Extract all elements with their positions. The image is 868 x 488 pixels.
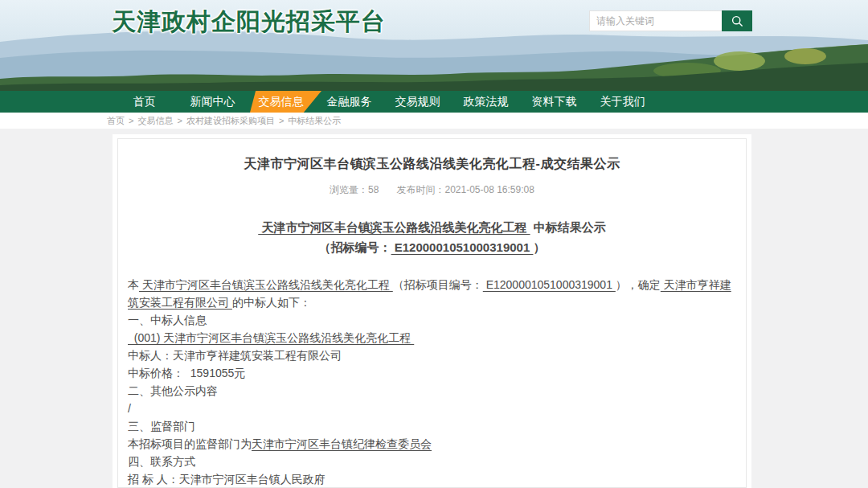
document-subtitle: 天津市宁河区丰台镇滨玉公路线沿线美化亮化工程 中标结果公示 — [128, 220, 736, 236]
nav-item-policy[interactable]: 政策法规 — [452, 91, 520, 113]
nav-item-label: 首页 — [133, 95, 156, 108]
plain-text: 招 标 人：天津市宁河区丰台镇人民政府 — [128, 473, 326, 486]
nav-item-finance[interactable]: 金融服务 — [315, 91, 383, 113]
nav-item-label: 金融服务 — [327, 95, 372, 108]
doc-line-10: 四、联系方式 — [128, 453, 736, 470]
plain-text: 的中标人如下： — [232, 296, 311, 309]
breadcrumb-separator: > — [177, 116, 182, 125]
publish-time: 2021-05-08 16:59:08 — [444, 184, 534, 195]
doc-line-5: 中标价格： 1591055元 — [128, 364, 736, 382]
breadcrumb-link[interactable]: 农村建设招标采购项目 — [186, 115, 275, 127]
search-button[interactable] — [722, 10, 752, 31]
underlined-text: E1200001051000319001 — [483, 278, 616, 291]
nav-item-label: 交易规则 — [395, 95, 440, 108]
plain-text: ） — [533, 240, 545, 254]
announcement-document: 天津市宁河区丰台镇滨玉公路线沿线美化亮化工程-成交结果公示 浏览量：58发布时间… — [117, 138, 747, 488]
plain-text: 本招标项目的监督部门为 — [128, 437, 252, 450]
nav-item-home[interactable]: 首页 — [110, 91, 178, 113]
nav-item-label: 政策法规 — [464, 95, 509, 108]
nav-item-about[interactable]: 关于我们 — [588, 91, 657, 113]
doc-line-7: / — [128, 400, 736, 417]
views-count: 58 — [368, 184, 379, 195]
breadcrumb-link[interactable]: 首页 — [107, 115, 125, 127]
plain-text: 四、联系方式 — [128, 455, 195, 468]
nav-item-trade-info[interactable]: 交易信息 — [247, 91, 315, 113]
breadcrumb: 首页>交易信息>农村建设招标采购项目>中标结果公示 — [0, 113, 868, 129]
underlined-text: 天津市宁河区丰台镇纪律检查委员会 — [252, 437, 432, 450]
page-body: 天津市宁河区丰台镇滨玉公路线沿线美化亮化工程-成交结果公示 浏览量：58发布时间… — [0, 129, 868, 488]
plain-text: / — [128, 402, 131, 415]
doc-line-11: 招 标 人：天津市宁河区丰台镇人民政府 — [128, 470, 736, 488]
underlined-text: E1200001051000319001 — [391, 240, 534, 254]
search-bar — [589, 10, 752, 31]
views-label: 浏览量： — [330, 184, 368, 195]
plain-text: 中标结果公示 — [530, 220, 606, 234]
search-icon — [731, 14, 744, 28]
doc-line-1: 本 天津市宁河区丰台镇滨玉公路线沿线美化亮化工程 （招标项目编号： E12000… — [128, 276, 736, 311]
breadcrumb-separator: > — [279, 116, 284, 125]
plain-text: 三、监督部门 — [128, 420, 195, 433]
nav-item-label: 资料下载 — [532, 95, 577, 108]
nav-item-downloads[interactable]: 资料下载 — [520, 91, 588, 113]
plain-text: ），确定 — [616, 278, 661, 291]
doc-line-3: (001) 天津市宁河区丰台镇滨玉公路线沿线美化亮化工程 — [128, 329, 736, 347]
main-nav: 首页新闻中心交易信息金融服务交易规则政策法规资料下载关于我们 — [0, 91, 868, 113]
tender-number-line: （招标编号： E1200001051000319001 ） — [128, 240, 736, 256]
plain-text: 本 — [128, 278, 139, 291]
plain-text: 中标价格： 1591055元 — [128, 367, 245, 379]
doc-line-9: 本招标项目的监督部门为天津市宁河区丰台镇纪律检查委员会 — [128, 435, 736, 453]
content-panel: 天津市宁河区丰台镇滨玉公路线沿线美化亮化工程-成交结果公示 浏览量：58发布时间… — [113, 134, 751, 488]
underlined-text: 天津市宁河区丰台镇滨玉公路线沿线美化亮化工程 — [258, 220, 530, 234]
doc-line-8: 三、监督部门 — [128, 417, 736, 435]
plain-text: 中标人：天津市亨祥建筑安装工程有限公司 — [128, 349, 342, 362]
site-header: 天津政村企阳光招采平台 — [0, 0, 868, 91]
document-meta: 浏览量：58发布时间：2021-05-08 16:59:08 — [128, 183, 736, 197]
nav-item-trade-rules[interactable]: 交易规则 — [383, 91, 452, 113]
plain-text: （招标编号： — [319, 240, 391, 254]
breadcrumb-separator: > — [129, 116, 133, 125]
breadcrumb-link[interactable]: 中标结果公示 — [288, 115, 341, 127]
search-input[interactable] — [589, 10, 722, 31]
document-title: 天津市宁河区丰台镇滨玉公路线沿线美化亮化工程-成交结果公示 — [128, 156, 736, 173]
nav-item-news[interactable]: 新闻中心 — [178, 91, 247, 113]
plain-text: （招标项目编号： — [393, 278, 483, 291]
site-logo-title: 天津政村企阳光招采平台 — [112, 6, 386, 39]
plain-text: 二、其他公示内容 — [128, 384, 218, 397]
doc-line-6: 二、其他公示内容 — [128, 382, 736, 400]
publish-label: 发布时间： — [396, 184, 444, 195]
underlined-text: 天津市宁河区丰台镇滨玉公路线沿线美化亮化工程 — [139, 278, 393, 291]
doc-line-4: 中标人：天津市亨祥建筑安装工程有限公司 — [128, 347, 736, 364]
document-body: 本 天津市宁河区丰台镇滨玉公路线沿线美化亮化工程 （招标项目编号： E12000… — [128, 276, 736, 488]
nav-item-label: 新闻中心 — [190, 95, 235, 108]
nav-item-label: 关于我们 — [600, 95, 645, 108]
breadcrumb-link[interactable]: 交易信息 — [137, 115, 173, 127]
nav-item-label: 交易信息 — [259, 95, 304, 108]
underlined-text: (001) 天津市宁河区丰台镇滨玉公路线沿线美化亮化工程 — [128, 331, 414, 344]
doc-line-2: 一、中标人信息 — [128, 311, 736, 329]
plain-text: 一、中标人信息 — [128, 314, 207, 326]
